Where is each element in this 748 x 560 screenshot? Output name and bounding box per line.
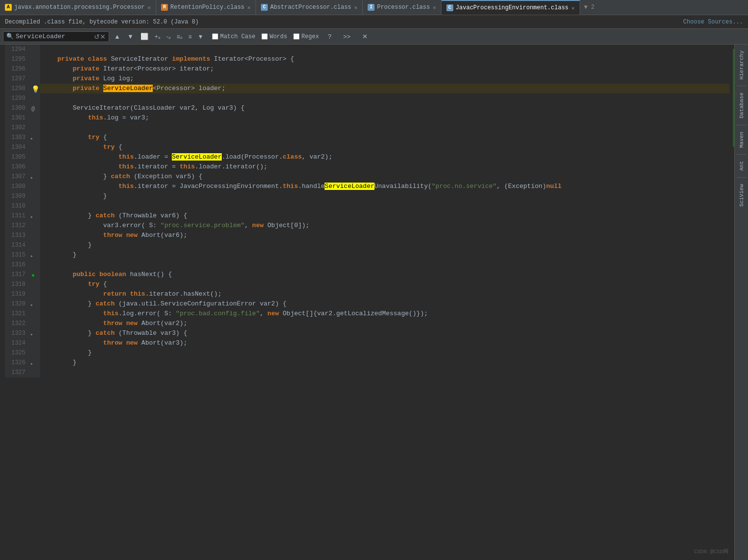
sidebar-item-database[interactable]: Database: [737, 89, 747, 122]
table-row: 1317 ● public boolean hasNext() {: [5, 270, 729, 280]
match-case-option[interactable]: Match Case: [212, 33, 256, 40]
sidebar-item-maven[interactable]: Maven: [737, 128, 747, 152]
table-row: 1313 throw new Abort(var6);: [5, 231, 729, 240]
decompiled-message: Decompiled .class file, bytecode version…: [5, 19, 199, 25]
line-number: 1301: [5, 113, 30, 123]
gutter-cell: [30, 45, 40, 54]
tab-annotation[interactable]: A javax.annotation.processing.Processor …: [0, 0, 156, 15]
search-filter-button[interactable]: ▼: [195, 32, 206, 41]
code-cell: } catch (Throwable var3) {: [40, 328, 729, 338]
regex-checkbox[interactable]: [293, 33, 300, 40]
tab-overflow[interactable]: ▼ 2: [580, 2, 599, 13]
words-checkbox[interactable]: [261, 33, 268, 40]
code-cell: try {: [40, 280, 729, 289]
code-lines[interactable]: 1294 1295 private class ServiceIterator …: [0, 45, 734, 560]
code-cell: throw new Abort(var2);: [40, 319, 729, 328]
gutter-cell: [30, 162, 40, 172]
choose-sources-link[interactable]: Choose Sources...: [683, 19, 743, 25]
code-cell: [40, 123, 729, 133]
sidebar-divider: [737, 177, 747, 178]
code-cell: this.log = var3;: [40, 113, 729, 123]
gutter-cell: [30, 64, 40, 74]
search-input[interactable]: [16, 33, 94, 40]
tab-retention-close[interactable]: ✕: [247, 4, 251, 11]
search-more-button[interactable]: >>: [340, 31, 353, 42]
tab-env-label: JavacProcessingEnvironment.class: [456, 4, 568, 11]
gutter-cell: [30, 289, 40, 299]
table-row: 1325 }: [5, 348, 729, 358]
match-case-label: Match Case: [220, 33, 256, 40]
line-number: 1314: [5, 240, 30, 250]
table-row: 1302: [5, 123, 729, 133]
search-bar: 🔍 ↺ ✕ ▲ ▼ ⬜ +ₐ -ₐ ≡ₐ ≡ ▼ Match Case Word…: [0, 29, 748, 45]
env-icon: C: [446, 4, 453, 11]
search-prev-button[interactable]: ▲: [111, 31, 123, 42]
editor-container: 1294 1295 private class ServiceIterator …: [0, 45, 748, 560]
tab-retention[interactable]: R RetentionPolicy.class ✕: [156, 0, 256, 15]
code-cell: [40, 45, 729, 54]
code-cell: }: [40, 348, 729, 358]
search-close-button[interactable]: ✕: [100, 33, 106, 41]
code-cell: try {: [40, 142, 729, 152]
table-row: 1312 var3.error( S: "proc.service.proble…: [5, 221, 729, 231]
search-help-button[interactable]: ?: [325, 31, 334, 42]
table-row: 1320 ▸ } catch (java.util.ServiceConfigu…: [5, 299, 729, 309]
line-number: 1325: [5, 348, 30, 358]
gutter-cell: [30, 221, 40, 231]
code-cell: var3.error( S: "proc.service.problem", n…: [40, 221, 729, 231]
line-number: 1316: [5, 260, 30, 270]
table-row: 1324 throw new Abort(var3);: [5, 338, 729, 348]
search-settings-button[interactable]: ✕: [359, 31, 371, 42]
tab-abstract[interactable]: C AbstractProcessor.class ✕: [256, 0, 363, 15]
search-clear-button[interactable]: ↺: [94, 33, 100, 41]
tab-env-close[interactable]: ✕: [571, 5, 575, 11]
table-row: 1311 ▸ } catch (Throwable var6) {: [5, 211, 729, 221]
tab-interface[interactable]: I Processor.class ✕: [363, 0, 442, 15]
table-row: 1307 ▸ } catch (Exception var5) {: [5, 172, 729, 182]
sidebar-divider: [737, 125, 747, 125]
code-cell: this.loader = ServiceLoader.load(Process…: [40, 152, 729, 162]
search-shrink-button[interactable]: -ₐ: [164, 32, 173, 41]
table-row: 1299: [5, 93, 729, 103]
gutter-cell: [30, 280, 40, 289]
line-number: 1315: [5, 250, 30, 260]
code-cell: ServiceIterator(ClassLoader var2, Log va…: [40, 103, 729, 113]
sidebar-item-hierarchy[interactable]: Hierarchy: [737, 47, 747, 83]
code-cell: private class ServiceIterator implements…: [40, 54, 729, 64]
sidebar-item-sciview[interactable]: SciView: [737, 180, 747, 210]
table-row: 1321 this.log.error( S: "proc.bad.config…: [5, 309, 729, 319]
table-row: 1327: [5, 368, 729, 377]
tab-abstract-close[interactable]: ✕: [354, 4, 358, 11]
words-option[interactable]: Words: [261, 33, 287, 40]
table-row: 1318 try {: [5, 280, 729, 289]
sidebar-item-ant[interactable]: Ant: [737, 157, 747, 175]
table-row: 1310: [5, 201, 729, 211]
gutter-cell: [30, 201, 40, 211]
interface-icon: I: [368, 4, 374, 11]
regex-option[interactable]: Regex: [293, 33, 319, 40]
code-cell: public boolean hasNext() {: [40, 270, 729, 280]
search-all-files-button[interactable]: ≡ₐ: [174, 32, 185, 41]
line-number: 1308: [5, 182, 30, 191]
line-number: 1307: [5, 172, 30, 182]
sidebar-right: Hierarchy Database Maven Ant SciView: [734, 45, 748, 560]
abstract-icon: C: [261, 4, 268, 11]
run-icon[interactable]: ●: [31, 271, 35, 280]
search-expand-button[interactable]: +ₐ: [152, 32, 163, 41]
change-indicator: [733, 49, 734, 147]
line-number: 1300: [5, 103, 30, 113]
search-align-button[interactable]: ≡: [186, 32, 194, 41]
gutter-cell: ●: [30, 270, 40, 280]
search-occurrence-button[interactable]: ⬜: [138, 31, 151, 42]
table-row: 1298 💡 private ServiceLoader<Processor> …: [5, 84, 729, 93]
search-next-button[interactable]: ▼: [124, 31, 137, 42]
tab-env[interactable]: C JavacProcessingEnvironment.class ✕: [442, 0, 580, 15]
gutter-cell: [30, 319, 40, 328]
code-cell: } catch (Exception var5) {: [40, 172, 729, 182]
tab-interface-close[interactable]: ✕: [433, 4, 436, 11]
warning-icon[interactable]: 💡: [31, 85, 40, 94]
gutter-cell: 💡: [30, 84, 40, 93]
match-case-checkbox[interactable]: [212, 33, 218, 40]
tab-annotation-close[interactable]: ✕: [147, 4, 151, 11]
code-cell: this.log.error( S: "proc.bad.config.file…: [40, 309, 729, 319]
